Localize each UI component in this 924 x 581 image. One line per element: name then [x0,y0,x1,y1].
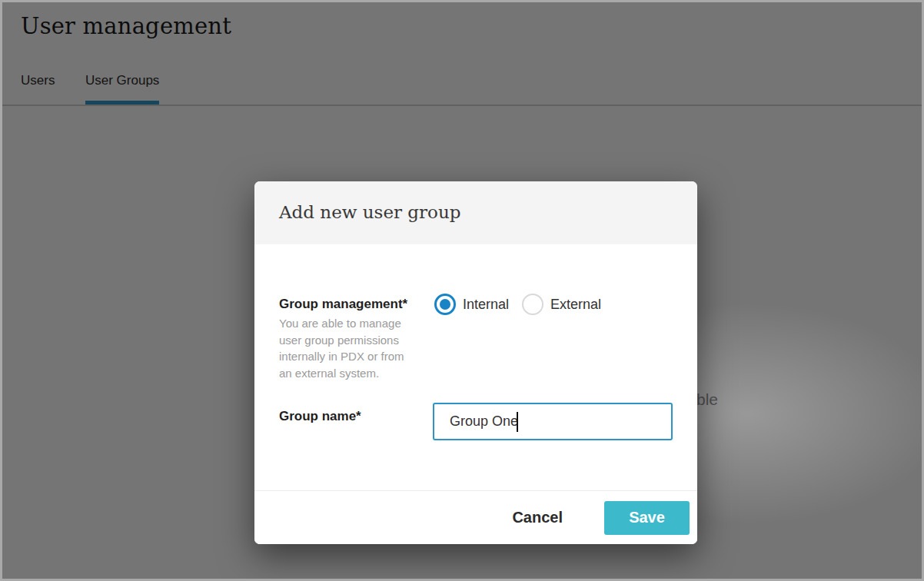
dialog-footer: Cancel Save [254,490,697,544]
radio-selected-icon [434,294,456,315]
radio-option-internal[interactable]: Internal [434,294,509,315]
group-management-radio-group: Internal External [434,294,601,315]
radio-external-label: External [550,297,601,313]
group-management-helper: You are able to manage user group permis… [279,315,411,381]
save-button[interactable]: Save [604,501,690,535]
group-name-label: Group name* [279,409,361,424]
radio-option-external[interactable]: External [522,294,601,315]
dialog-title: Add new user group [254,181,697,222]
cancel-button[interactable]: Cancel [512,509,563,526]
group-name-field [433,403,673,440]
radio-internal-label: Internal [463,297,509,313]
group-management-label: Group management* [279,297,407,312]
group-name-input[interactable] [433,403,673,440]
radio-unselected-icon [522,294,543,315]
add-user-group-dialog: Add new user group Group management* You… [254,181,697,544]
text-caret [517,412,518,432]
dialog-header: Add new user group [254,181,697,244]
